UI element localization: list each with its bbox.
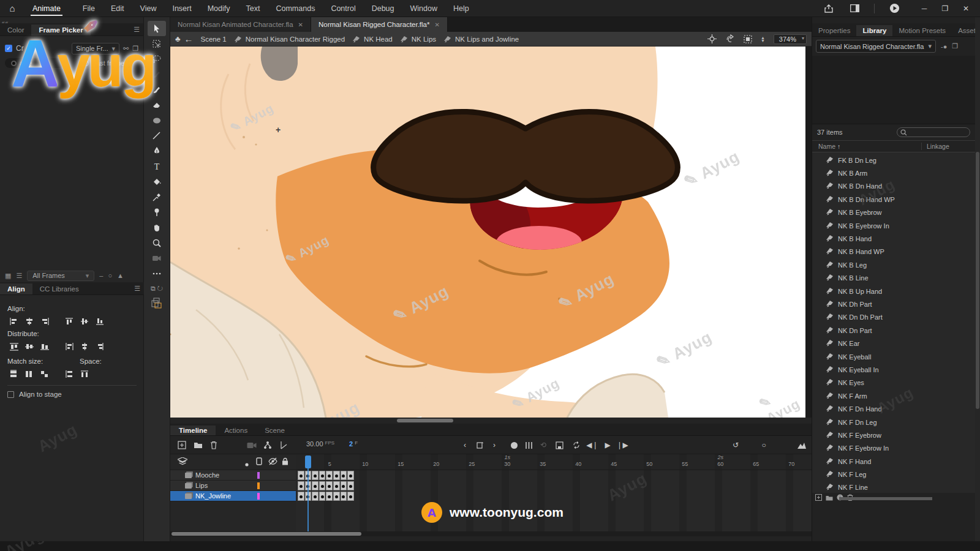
library-item[interactable]: NK F Eyebrow [812,429,975,441]
library-item[interactable]: NK F Hand [812,455,975,468]
outline-column-icon[interactable] [256,457,262,467]
eraser-tool[interactable] [148,97,166,113]
insert-marker-icon[interactable] [473,438,486,452]
playhead[interactable] [305,455,311,468]
asset-warp-tool[interactable] [148,204,166,220]
oval-tool[interactable] [148,113,166,128]
align-top-button[interactable] [63,316,76,326]
menu-text[interactable]: Text [238,0,268,17]
menu-animate[interactable]: Animate [24,0,69,17]
dist-bottom-button[interactable] [38,341,51,351]
parenting-view-icon[interactable] [261,438,274,452]
back-arrow-icon[interactable]: ← [184,34,194,44]
match-height-button[interactable] [23,369,36,379]
eyedropper-tool[interactable] [148,189,166,204]
new-library-panel-icon[interactable]: ❐ [952,42,958,50]
layer-depth-icon[interactable] [277,438,290,452]
dist-left-button[interactable] [63,341,76,351]
library-item[interactable]: NK Eyes [812,377,975,389]
keyframe-row[interactable] [296,481,812,491]
play-button[interactable]: ▶ [601,438,614,452]
tab-properties[interactable]: Properties [812,25,856,36]
loop-playback-icon[interactable] [570,438,583,452]
breadcrumb-item[interactable]: NK Head [349,36,396,43]
onion-outlines-icon[interactable] [522,438,535,452]
stage-horizontal-scrollbar[interactable] [170,418,812,424]
library-item[interactable]: NK B Up Hand [812,285,975,298]
keyframe-cell[interactable] [347,481,354,490]
all-frames-select[interactable]: All Frames▾ [27,271,94,281]
keyframe-cell[interactable] [319,492,326,501]
panel-menu-icon[interactable]: ☰ [134,26,140,34]
keyframe-row[interactable] [296,491,812,501]
library-item[interactable]: NK F Line [812,481,975,493]
thumb-smaller-icon[interactable]: – [99,272,103,279]
menu-modify[interactable]: Modify [200,0,238,17]
close-tab-icon[interactable]: ✕ [298,21,303,28]
library-item[interactable]: NK Dh Part [812,298,975,310]
layer-Lips[interactable]: Lips [170,481,296,491]
menu-insert[interactable]: Insert [164,0,199,17]
step-forward-frame-icon[interactable]: ❘▶ [616,438,629,452]
align-menu-icon[interactable]: ☰ [134,285,140,293]
breadcrumb-item[interactable]: Normal Kisan Character Rigged [230,36,349,43]
keyframe-cell[interactable] [341,481,347,490]
zoom-tool[interactable] [148,235,166,250]
column-name[interactable]: Name ↑ [812,143,921,150]
center-stage-icon[interactable] [707,34,717,43]
align-left-button[interactable] [7,316,20,326]
library-item[interactable]: NK B Dn Hand [812,180,975,193]
library-item[interactable]: NK F Dn Hand [812,402,975,415]
keyframe-cell[interactable] [326,471,333,480]
library-item[interactable]: NK Dn Dh Part [812,311,975,324]
close-tab-icon[interactable]: ✕ [434,21,439,28]
keyframe-cell[interactable] [333,481,340,490]
library-item[interactable]: NK F Arm [812,389,975,402]
menu-debug[interactable]: Debug [364,0,402,17]
pin-library-icon[interactable]: -● [941,43,947,50]
close-button[interactable]: ✕ [956,0,976,17]
text-tool[interactable]: T [148,159,166,174]
camera-tool[interactable] [148,250,166,266]
menu-edit[interactable]: Edit [103,0,132,17]
space-h-button[interactable] [78,369,91,379]
symbol-edit-icon[interactable] [151,298,162,310]
library-item[interactable]: NK B Dn Hand WP [812,193,975,206]
library-horizontal-scrollbar[interactable] [839,497,932,500]
tab-scene[interactable]: Scene [256,425,293,435]
align-right-button[interactable] [38,316,51,326]
edit-multiple-frames-icon[interactable] [552,438,566,452]
library-item[interactable]: NK Eyeball [812,350,975,363]
fluid-brush-tool[interactable] [148,67,166,82]
rotation-tool-icon[interactable] [725,34,735,43]
snap-icon[interactable]: ⧉ ↻ [151,285,163,293]
library-item[interactable]: NK B Hand WP [812,246,975,258]
keyframe-cell[interactable] [326,492,333,501]
library-item[interactable]: NK B Eyebrow [812,206,975,219]
keyframe-cell[interactable] [341,471,347,480]
new-folder-icon[interactable] [826,494,833,503]
tab-color[interactable]: Color [0,24,31,36]
lock-column-icon[interactable] [282,457,288,467]
new-symbol-icon[interactable] [815,494,822,503]
frame-name-field[interactable]: ame [5,58,64,68]
more-tools[interactable] [148,266,166,281]
dist-right-button[interactable] [94,341,107,351]
align-to-stage-checkbox[interactable] [7,391,14,398]
library-item[interactable]: NK F Dn Leg [812,416,975,429]
dist-center-h-button[interactable] [78,341,91,351]
tab-align[interactable]: Align [0,283,32,294]
layer-Mooche[interactable]: Mooche [170,470,296,481]
frames-grid[interactable]: 5101520253035404550556065701s2s [296,454,812,536]
keyframe-cell[interactable] [333,471,340,480]
create-checkbox[interactable]: ✓ [5,45,12,52]
pen-tool[interactable] [148,143,166,159]
match-width-button[interactable] [7,369,20,379]
clip-content-icon[interactable] [744,35,752,43]
menu-commands[interactable]: Commands [268,0,323,17]
library-document-select[interactable]: Normal Kisan Rigged Character.fla▾ [816,40,936,53]
library-item[interactable]: NK B Hand [812,232,975,245]
library-item[interactable]: NK B Leg [812,258,975,271]
frame-ruler[interactable]: 5101520253035404550556065701s2s [296,454,812,470]
grid-view-icon[interactable]: ▦ [5,272,11,280]
